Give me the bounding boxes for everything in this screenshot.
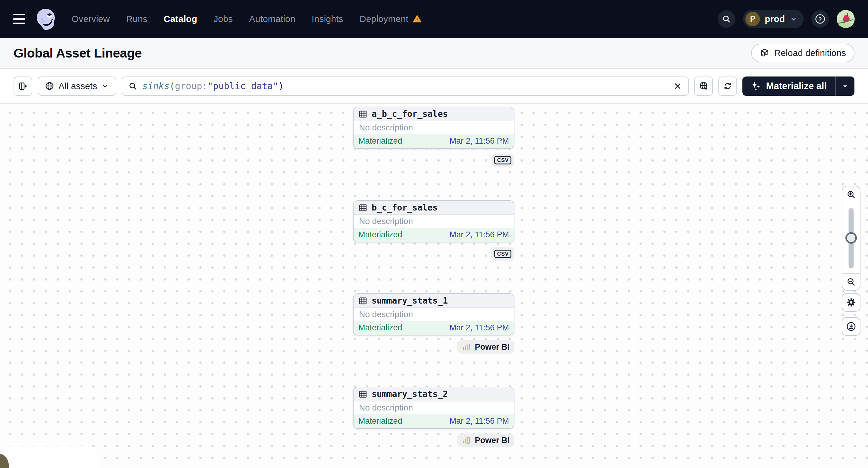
nav-item-automation[interactable]: Automation [249,14,296,24]
materialization-timestamp[interactable]: Mar 2, 11:56 PM [450,230,509,240]
environment-avatar: P [745,12,760,26]
asset-search-input[interactable]: sinks(group:"public_data") [122,76,689,96]
zoom-in-button[interactable] [842,186,860,203]
materialize-options-caret[interactable] [836,76,855,96]
gear-icon [846,297,856,308]
clear-search-icon[interactable] [673,82,682,91]
help-icon[interactable]: ? [811,10,829,28]
kind-tag-csv[interactable]: CSV [491,247,515,260]
chevron-down-icon [790,15,798,23]
globe-icon [45,81,54,91]
kind-tag-label: Power BI [475,436,509,445]
status-badge: Materialized [359,136,402,146]
menu-icon[interactable] [13,14,25,24]
download-icon [846,321,856,332]
asset-node[interactable]: b_c_for_sales No description Materialize… [353,200,515,243]
user-avatar[interactable] [837,10,855,28]
page-header: Global Asset Lineage Reload definitions [0,38,868,69]
nav-links: Overview Runs Catalog Jobs Automation In… [72,14,422,24]
warning-icon [413,14,422,24]
dagster-logo-icon[interactable] [34,7,57,30]
minimap-corner [0,443,99,468]
materialization-timestamp[interactable]: Mar 2, 11:56 PM [450,136,509,146]
asset-description: No description [353,215,514,228]
asset-description: No description [353,121,514,134]
asset-node[interactable]: summary_stats_2 No description Materiali… [353,387,515,429]
refresh-button[interactable] [718,76,737,96]
open-panel-button[interactable] [13,76,32,96]
dagster-app: Overview Runs Catalog Jobs Automation In… [0,0,868,468]
powerbi-icon [462,342,471,351]
search-icon[interactable] [718,10,735,28]
kind-tag-powerbi[interactable]: Power BI [457,434,515,447]
svg-text:?: ? [818,16,822,22]
materialization-timestamp[interactable]: Mar 2, 11:56 PM [450,323,509,333]
nav-item-runs[interactable]: Runs [126,14,148,24]
asset-name: a_b_c_for_sales [372,109,448,119]
nav-item-overview[interactable]: Overview [72,14,110,24]
zoom-out-button[interactable] [842,273,860,290]
chevron-down-icon [101,82,109,90]
sparkles-icon [751,81,761,91]
asset-name: b_c_for_sales [372,203,438,213]
table-icon [359,203,367,212]
table-icon [359,297,367,305]
asset-description: No description [353,401,514,414]
csv-icon: CSV [494,250,512,258]
kind-tag-label: Power BI [475,342,509,352]
new-scope-globe-button[interactable] [694,76,713,96]
asset-scope-selector[interactable]: All assets [38,76,116,96]
kind-tag-powerbi[interactable]: Power BI [457,340,515,353]
asset-node-footer: Materialized Mar 2, 11:56 PM [353,414,514,428]
status-badge: Materialized [359,416,402,426]
materialization-timestamp[interactable]: Mar 2, 11:56 PM [450,416,509,426]
asset-node-header: a_b_c_for_sales [353,107,514,121]
zoom-control-panel [842,186,861,291]
asset-node-footer: Materialized Mar 2, 11:56 PM [353,228,514,242]
reload-definitions-button[interactable]: Reload definitions [751,44,855,62]
asset-node-footer: Materialized Mar 2, 11:56 PM [353,134,514,148]
asset-node[interactable]: a_b_c_for_sales No description Materiali… [353,106,515,149]
asset-description: No description [353,308,514,321]
materialize-all-split-button: Materialize all [742,76,855,96]
environment-label: prod [765,14,785,24]
kind-tag-csv[interactable]: CSV [491,154,515,167]
search-icon [128,82,137,91]
download-graph-button[interactable] [842,317,861,336]
asset-node-header: summary_stats_1 [353,294,514,308]
asset-node[interactable]: summary_stats_1 No description Materiali… [353,293,515,336]
page-title: Global Asset Lineage [13,46,142,61]
search-query: sinks(group:"public_data") [142,81,284,91]
lineage-toolbar: All assets sinks(group:"public_data") [0,69,868,104]
asset-name: summary_stats_1 [372,296,448,306]
asset-node-footer: Materialized Mar 2, 11:56 PM [353,321,514,335]
top-nav: Overview Runs Catalog Jobs Automation In… [0,0,868,38]
nav-item-catalog[interactable]: Catalog [163,14,197,24]
zoom-slider[interactable] [842,203,860,273]
asset-node-header: b_c_for_sales [353,201,514,215]
status-badge: Materialized [359,323,402,333]
nav-item-jobs[interactable]: Jobs [214,14,233,24]
graph-settings-button[interactable] [842,293,861,312]
csv-icon: CSV [494,156,512,165]
status-badge: Materialized [359,230,402,240]
reload-cube-icon [760,48,770,58]
asset-name: summary_stats_2 [372,389,448,399]
asset-node-header: summary_stats_2 [353,387,514,401]
powerbi-icon [462,436,471,445]
nav-item-insights[interactable]: Insights [312,14,343,24]
environment-switcher[interactable]: P prod [743,10,804,28]
nav-item-deployment[interactable]: Deployment [360,14,422,24]
materialize-all-button[interactable]: Materialize all [742,76,835,96]
lineage-canvas[interactable]: a_b_c_for_sales No description Materiali… [0,104,868,468]
nav-right: P prod ? [718,10,855,28]
table-icon [359,110,367,119]
table-icon [359,390,367,399]
zoom-slider-handle[interactable] [845,232,857,244]
